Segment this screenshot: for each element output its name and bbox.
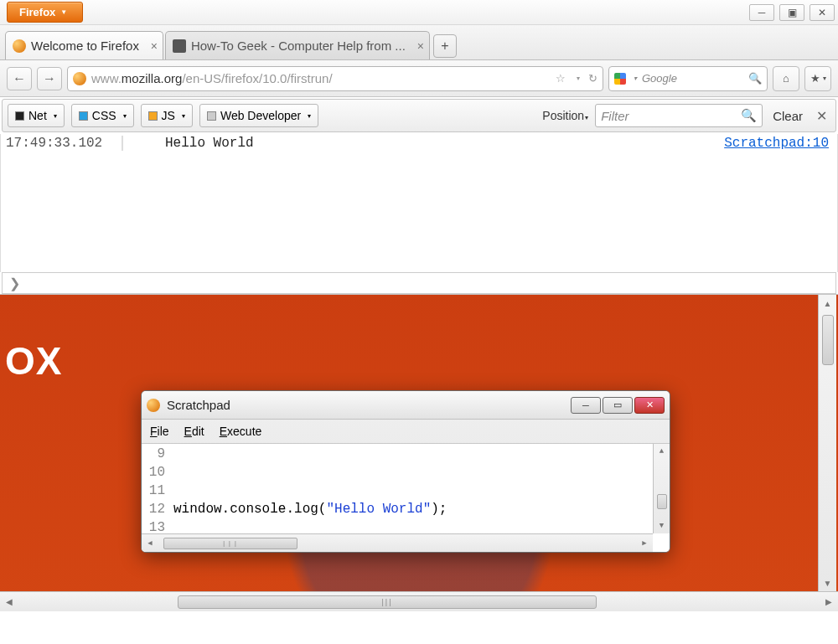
window-maximize-button[interactable]: ▣ [779, 4, 804, 21]
horizontal-scrollbar[interactable]: ◀ ||| ▶ [0, 591, 838, 611]
tab-title: Welcome to Firefox [31, 39, 139, 53]
editor-vertical-scrollbar[interactable]: ▲ ▼ [653, 444, 670, 533]
log-source-link[interactable]: Scratchpad:10 [724, 136, 829, 151]
chevron-down-icon: ▼ [60, 8, 67, 16]
tab-title: How-To Geek - Computer Help from ... [191, 39, 406, 53]
menu-file[interactable]: File [150, 425, 169, 438]
chevron-down-icon: ▾ [123, 112, 127, 120]
log-row: 17:49:33.102 Hello World Scratchpad:10 [1, 134, 837, 152]
console-close-button[interactable]: ✕ [813, 108, 830, 124]
log-timestamp: 17:49:33.102 [6, 136, 123, 151]
css-swatch-icon [79, 111, 88, 121]
bookmarks-icon: ★ [810, 72, 820, 85]
search-box[interactable]: ▾ Google 🔍 [608, 66, 768, 91]
new-tab-button[interactable]: + [433, 34, 457, 58]
tab-welcome[interactable]: Welcome to Firefox × [5, 31, 163, 59]
scroll-left-icon[interactable]: ◀ [142, 538, 158, 548]
tab-howtogeek[interactable]: How-To Geek - Computer Help from ... × [165, 31, 430, 59]
filter-placeholder: Filter [601, 109, 628, 123]
position-dropdown[interactable]: Position [542, 109, 588, 122]
scratchpad-title: Scratchpad [167, 398, 230, 412]
chevron-down-icon: ▾ [308, 112, 311, 120]
site-favicon-icon [73, 72, 86, 85]
minimize-icon: ─ [758, 7, 766, 18]
net-swatch-icon [15, 111, 24, 121]
scroll-track[interactable]: ||| [18, 595, 820, 609]
scroll-left-icon[interactable]: ◀ [0, 597, 18, 606]
window-minimize-button[interactable]: ─ [749, 4, 774, 21]
js-swatch-icon [148, 111, 158, 121]
filter-webdev-button[interactable]: Web Developer▾ [199, 104, 318, 127]
back-arrow-icon: ← [13, 71, 26, 86]
tab-strip: Welcome to Firefox × How-To Geek - Compu… [0, 25, 838, 60]
back-button[interactable]: ← [7, 67, 32, 90]
log-message: Hello World [123, 136, 724, 151]
search-engine-dropdown-icon[interactable]: ▾ [634, 75, 637, 82]
bookmarks-button[interactable]: ★▾ [804, 66, 831, 91]
firefox-menu-button[interactable]: Firefox ▼ [7, 2, 83, 23]
scroll-right-icon[interactable]: ▶ [636, 538, 653, 548]
web-console-toolbar: Net▾ CSS▾ JS▾ Web Developer▾ Position Fi… [2, 99, 836, 132]
scroll-thumb[interactable]: ||| [178, 595, 597, 609]
navigation-toolbar: ← → www.mozilla.org/en-US/firefox/10.0/f… [0, 60, 838, 97]
home-icon: ⌂ [783, 72, 789, 85]
scroll-right-icon[interactable]: ▶ [820, 597, 838, 606]
firefox-icon [147, 399, 160, 412]
scratchpad-editor[interactable]: 9 10 11 12 13 window.console.log("Hello … [142, 443, 670, 552]
chevron-down-icon: ▾ [823, 75, 826, 82]
scroll-thumb[interactable]: ||| [163, 538, 297, 549]
close-icon: ✕ [818, 7, 826, 18]
filter-net-button[interactable]: Net▾ [8, 104, 65, 127]
scroll-thumb[interactable] [657, 494, 667, 509]
firefox-menu-label: Firefox [19, 6, 55, 18]
maximize-icon: ▣ [788, 7, 797, 18]
filter-js-button[interactable]: JS▾ [141, 104, 193, 127]
scratchpad-window: Scratchpad ─ ▭ ✕ File Edit Execute 9 10 … [141, 390, 670, 553]
reload-icon[interactable]: ↻ [588, 72, 597, 85]
vertical-scrollbar[interactable]: ▲ ▼ [818, 295, 836, 591]
firefox-favicon-icon [13, 39, 26, 53]
window-close-button[interactable]: ✕ [810, 4, 835, 21]
search-placeholder: Google [642, 72, 677, 85]
scratchpad-titlebar[interactable]: Scratchpad ─ ▭ ✕ [142, 391, 670, 420]
chevron-down-icon: ▾ [182, 112, 185, 120]
htg-favicon-icon [173, 39, 186, 53]
scroll-down-icon[interactable]: ▼ [660, 518, 664, 533]
scroll-down-icon[interactable]: ▼ [824, 574, 832, 591]
scroll-up-icon[interactable]: ▲ [660, 444, 664, 459]
bookmark-star-icon[interactable]: ☆ [556, 72, 566, 85]
console-filter-input[interactable]: Filter 🔍 [595, 104, 763, 127]
menu-execute[interactable]: Execute [220, 425, 262, 438]
forward-button[interactable]: → [37, 67, 62, 90]
tab-close-icon[interactable]: × [151, 39, 158, 53]
search-icon[interactable]: 🔍 [748, 72, 762, 85]
scratchpad-minimize-button[interactable]: ─ [571, 397, 601, 414]
scratchpad-menubar: File Edit Execute [142, 420, 670, 443]
scroll-thumb[interactable] [822, 315, 834, 365]
scratchpad-maximize-button[interactable]: ▭ [603, 397, 633, 414]
webdev-swatch-icon [207, 111, 216, 121]
google-icon [614, 73, 626, 85]
filter-css-button[interactable]: CSS▾ [71, 104, 134, 127]
scroll-up-icon[interactable]: ▲ [824, 295, 832, 312]
editor-horizontal-scrollbar[interactable]: ◀ ||| ▶ [142, 533, 653, 552]
tab-close-icon[interactable]: × [417, 39, 424, 53]
app-menubar: Firefox ▼ ─ ▣ ✕ [0, 0, 838, 25]
dropdown-icon[interactable]: ▾ [577, 75, 580, 82]
forward-arrow-icon: → [43, 71, 56, 86]
url-text: www.mozilla.org/en-US/firefox/10.0/first… [91, 71, 333, 85]
scratchpad-close-button[interactable]: ✕ [634, 397, 665, 414]
home-button[interactable]: ⌂ [773, 66, 799, 91]
search-icon[interactable]: 🔍 [741, 108, 757, 123]
web-console-output: 17:49:33.102 Hello World Scratchpad:10 [0, 134, 838, 272]
clear-button[interactable]: Clear [769, 109, 806, 123]
url-bar[interactable]: www.mozilla.org/en-US/firefox/10.0/first… [67, 66, 603, 91]
console-input[interactable]: ❯ [2, 272, 836, 294]
page-hero-text: OX [5, 338, 62, 384]
menu-edit[interactable]: Edit [184, 425, 204, 438]
chevron-down-icon: ▾ [54, 112, 57, 120]
